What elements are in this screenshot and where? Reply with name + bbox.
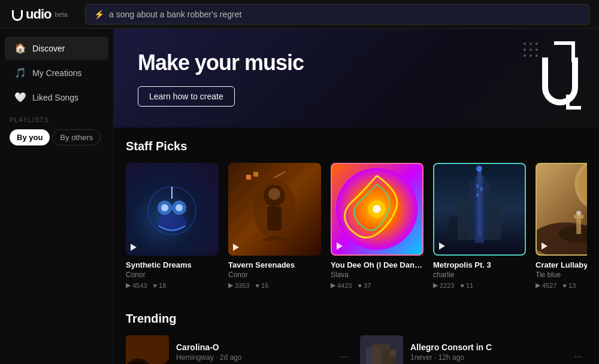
playlists-label: PLAYLISTS	[0, 110, 113, 127]
svg-rect-26	[476, 193, 479, 197]
svg-rect-11	[267, 207, 282, 230]
svg-rect-33	[576, 217, 581, 234]
music-card-tavern-serenades[interactable]: Tavern Serenades Conor ▶ 3353 ♥ 16	[228, 163, 321, 289]
play-indicator-5	[541, 242, 547, 250]
staff-picks-grid: Synthetic Dreams Conor ▶ 4543 ♥ 18	[126, 163, 587, 294]
card-art-metropolis	[433, 163, 526, 256]
card-art-tavern	[228, 163, 321, 256]
trending-meta-allegro: 1never · 12h ago	[410, 353, 587, 362]
card-title-2: Tavern Serenades	[228, 260, 321, 269]
corner-rect-bottom	[566, 95, 581, 110]
sidebar-item-liked-songs[interactable]: 🤍 Liked Songs	[5, 86, 108, 109]
svg-line-13	[274, 172, 285, 178]
playlist-tabs: By you By others	[0, 127, 113, 148]
search-query: a song about a bank robber's regret	[109, 10, 241, 19]
sidebar-label-discover: Discover	[32, 44, 65, 53]
card-art-youdee	[331, 163, 423, 256]
sidebar-label-liked-songs: Liked Songs	[32, 93, 78, 102]
play-indicator-1	[131, 244, 137, 251]
metropolis-art-svg	[434, 164, 525, 254]
home-icon: 🏠	[14, 43, 26, 54]
sidebar: 🏠 Discover 🎵 My Creations 🤍 Liked Songs …	[0, 29, 114, 364]
more-menu-carolina[interactable]: ···	[335, 349, 353, 364]
card-title-5: Crater Lullaby	[536, 260, 587, 269]
top-bar: udio beta ⚡ a song about a bank robber's…	[0, 0, 599, 29]
card-art-synthetic	[126, 163, 219, 256]
search-bar[interactable]: ⚡ a song about a bank robber's regret	[85, 4, 589, 25]
svg-point-12	[268, 188, 280, 200]
card-title-1: Synthetic Dreams	[126, 260, 219, 269]
trending-title: Trending	[126, 312, 587, 326]
main-layout: 🏠 Discover 🎵 My Creations 🤍 Liked Songs …	[0, 29, 599, 364]
trending-meta-carolina: Hemingway · 2d ago	[176, 353, 353, 362]
svg-rect-21	[490, 205, 501, 239]
synthetic-art-svg	[126, 163, 219, 256]
svg-point-16	[373, 205, 381, 213]
play-indicator-3	[337, 242, 343, 250]
hero-content: Make your music Learn how to create	[138, 50, 304, 107]
staff-picks-title: Staff Picks	[126, 139, 587, 153]
trending-title-allegro: Allegro Consort in C	[410, 342, 587, 352]
play-count-3: ▶ 4423	[331, 281, 352, 289]
music-card-crater-lullaby[interactable]: Crater Lullaby Tie blue ▶ 4527 ♥ 13	[536, 163, 587, 289]
tab-by-others[interactable]: By others	[52, 129, 101, 145]
trending-item-carolina[interactable]: Carolina-O Hemingway · 2d ago ▶ 10010 ♥ …	[126, 335, 353, 364]
music-card-you-dee-oh[interactable]: You Dee Oh (I Dee Dance) Slava ▶ 4423 ♥ …	[331, 163, 423, 289]
learn-how-button[interactable]: Learn how to create	[138, 86, 235, 107]
svg-rect-7	[246, 175, 251, 180]
dots-pattern	[524, 43, 539, 58]
card-artist-4: charlie	[433, 271, 526, 279]
trending-art-carolina	[126, 335, 169, 364]
like-count-1: ♥ 18	[153, 282, 166, 289]
crater-art-svg	[537, 164, 587, 254]
like-count-2: ♥ 16	[255, 282, 268, 289]
heart-icon: 🤍	[14, 92, 26, 103]
card-stats-2: ▶ 3353 ♥ 16	[228, 281, 321, 289]
svg-point-23	[476, 166, 482, 172]
card-art-crater	[536, 163, 587, 256]
trending-section: Trending Carolina-O Hemingway ·	[114, 300, 599, 364]
trending-list: Carolina-O Hemingway · 2d ago ▶ 10010 ♥ …	[126, 335, 587, 364]
sidebar-item-discover[interactable]: 🏠 Discover	[5, 37, 108, 60]
more-menu-allegro[interactable]: ···	[570, 349, 587, 364]
hero-title: Make your music	[138, 50, 304, 75]
music-card-synthetic-dreams[interactable]: Synthetic Dreams Conor ▶ 4543 ♥ 18	[126, 163, 219, 289]
svg-rect-22	[449, 217, 458, 240]
svg-rect-24	[476, 184, 479, 188]
sidebar-label-my-creations: My Creations	[32, 68, 81, 78]
main-content: Make your music Learn how to create S	[114, 29, 599, 364]
play-indicator-2	[233, 244, 239, 251]
hero-decoration	[479, 29, 599, 128]
like-count-3: ♥ 37	[358, 282, 371, 289]
trending-title-carolina: Carolina-O	[176, 342, 353, 352]
bolt-icon: ⚡	[94, 10, 104, 19]
svg-point-4	[176, 204, 183, 211]
card-stats-3: ▶ 4423 ♥ 37	[331, 281, 423, 289]
trending-art-allegro	[360, 335, 403, 364]
hero-banner: Make your music Learn how to create	[114, 29, 599, 128]
card-artist-3: Slava	[331, 271, 423, 279]
trending-item-allegro[interactable]: Allegro Consort in C 1never · 12h ago ▶ …	[360, 335, 587, 364]
logo: udio beta	[12, 7, 78, 22]
like-count-4: ♥ 11	[460, 282, 473, 289]
music-card-metropolis[interactable]: Metropolis Pt. 3 charlie ▶ 2223 ♥ 11	[433, 163, 526, 289]
youdee-art-svg	[332, 164, 422, 254]
music-note-icon: 🎵	[14, 67, 26, 78]
logo-u-shape	[12, 10, 23, 21]
svg-point-35	[576, 211, 581, 216]
logo-text: udio	[26, 7, 51, 22]
svg-rect-36	[126, 335, 169, 364]
play-count-1: ▶ 4543	[126, 281, 147, 289]
svg-rect-20	[458, 199, 469, 239]
beta-label: beta	[55, 11, 67, 18]
svg-point-2	[161, 204, 168, 211]
play-indicator-4	[439, 242, 445, 250]
play-count-5: ▶ 4527	[536, 281, 556, 289]
sidebar-item-my-creations[interactable]: 🎵 My Creations	[5, 61, 108, 84]
card-stats-4: ▶ 2223 ♥ 11	[433, 281, 526, 289]
tab-by-you[interactable]: By you	[10, 129, 50, 145]
play-count-2: ▶ 3353	[228, 281, 249, 289]
svg-rect-19	[477, 170, 482, 237]
trending-info-carolina: Carolina-O Hemingway · 2d ago ▶ 10010 ♥ …	[176, 342, 353, 365]
card-stats-5: ▶ 4527 ♥ 13	[536, 281, 587, 289]
